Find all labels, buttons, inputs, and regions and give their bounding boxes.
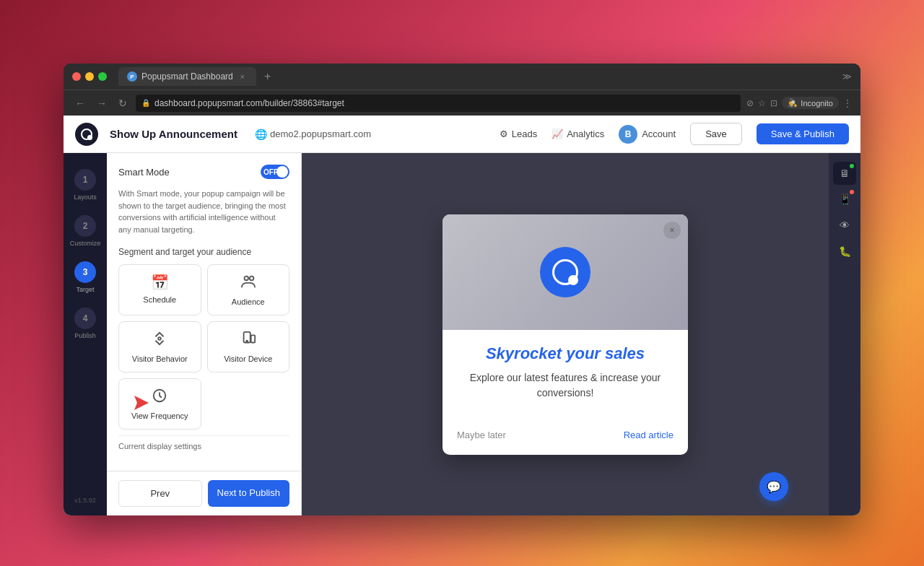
toggle-label: OFF [263, 168, 278, 176]
visitor-device-option[interactable]: Visitor Device [207, 321, 290, 373]
sidebar-step-target[interactable]: 3 Target [74, 257, 96, 297]
save-publish-button[interactable]: Save & Publish [757, 123, 849, 144]
current-display-label: Current display settings [118, 435, 289, 450]
account-nav[interactable]: B Account [619, 125, 676, 144]
mobile-view-button[interactable]: 📱 [833, 188, 856, 211]
bookmark-icon[interactable]: ☆ [758, 98, 766, 108]
panel-inner: Smart Mode OFF With Smart mode, your pop… [107, 153, 301, 471]
browser-window: P Popupsmart Dashboard × + ≫ ← → ↻ 🔒 das… [64, 64, 860, 515]
left-sidebar: 1 Layouts 2 Customize 3 Target 4 Publish… [64, 153, 107, 515]
arrow-indicator [123, 396, 149, 413]
mobile-icon: 📱 [839, 193, 851, 205]
visitor-behavior-option[interactable]: Visitor Behavior [118, 321, 201, 373]
step-1-circle: 1 [74, 169, 96, 191]
popup-logo [540, 247, 590, 297]
analytics-nav[interactable]: 📈 Analytics [552, 129, 604, 139]
popup-preview: × Skyrocket your sales Explore our lates… [443, 214, 688, 455]
address-bar: ← → ↻ 🔒 dashboard.popupsmart.com/builder… [64, 90, 860, 116]
domain-display: 🌐 demo2.popupsmart.com [255, 129, 371, 140]
svg-rect-5 [250, 335, 255, 342]
bug-icon: 🐛 [839, 245, 851, 257]
prev-button[interactable]: Prev [118, 480, 202, 507]
maybe-later-button[interactable]: Maybe later [457, 430, 506, 440]
split-view-icon[interactable]: ⊡ [770, 98, 777, 108]
toggle-knob [276, 166, 288, 178]
read-article-button[interactable]: Read article [624, 430, 674, 440]
sidebar-step-layouts[interactable]: 1 Layouts [74, 165, 97, 205]
tab-bar: P Popupsmart Dashboard × + ≫ [118, 67, 852, 86]
smart-mode-toggle[interactable]: OFF [261, 165, 289, 179]
step-3-circle: 3 [74, 261, 96, 283]
leads-label: Leads [512, 129, 537, 139]
popup-header-image [443, 214, 688, 330]
chat-button[interactable]: 💬 [759, 472, 788, 501]
visitor-device-label: Visitor Device [224, 354, 272, 363]
audience-option[interactable]: Audience [207, 264, 290, 315]
step-4-label: Publish [74, 332, 96, 339]
tab-close-button[interactable]: × [237, 71, 248, 82]
incognito-label: Incognito [801, 99, 833, 108]
step-2-label: Customize [70, 240, 101, 247]
account-label: Account [642, 129, 676, 139]
refresh-button[interactable]: ↻ [116, 96, 130, 110]
globe-icon: 🌐 [255, 129, 267, 140]
active-tab[interactable]: P Popupsmart Dashboard × [118, 67, 256, 86]
schedule-icon: 📅 [151, 274, 169, 291]
smart-mode-description: With Smart mode, your popup campaign wil… [118, 188, 289, 235]
desktop-view-button[interactable]: 🖥 [833, 162, 856, 185]
app-header: Show Up Announcement 🌐 demo2.popupsmart.… [64, 116, 860, 153]
tab-menu-button[interactable]: ≫ [842, 71, 852, 82]
browser-menu-button[interactable]: ⋮ [843, 98, 852, 108]
desktop-active-dot [850, 164, 854, 168]
options-grid: 📅 Schedule Audience [118, 264, 289, 315]
visitor-behavior-label: Visitor Behavior [132, 354, 188, 363]
preview-area: × Skyrocket your sales Explore our lates… [302, 153, 829, 515]
logo-icon [81, 129, 92, 140]
sidebar-step-customize[interactable]: 2 Customize [70, 211, 101, 251]
incognito-icon: 🕵 [788, 98, 798, 108]
step-3-label: Target [76, 286, 94, 293]
minimize-window-button[interactable] [85, 72, 94, 81]
segment-title: Segment and target your audience [118, 247, 289, 257]
debug-button[interactable]: 🐛 [833, 240, 856, 263]
tab-title: Popupsmart Dashboard [141, 71, 233, 82]
new-tab-button[interactable]: + [259, 68, 276, 85]
app-logo [75, 123, 98, 146]
svg-point-6 [246, 341, 248, 342]
traffic-lights [72, 72, 107, 81]
url-field[interactable]: 🔒 dashboard.popupsmart.com/builder/38863… [136, 95, 741, 112]
maximize-window-button[interactable] [98, 72, 107, 81]
reader-mode-icon[interactable]: ⊘ [746, 98, 754, 108]
popup-body: Skyrocket your sales Explore our latest … [443, 330, 688, 430]
leads-icon: ⚙ [500, 129, 508, 139]
url-text: dashboard.popupsmart.com/builder/38863#t… [154, 98, 344, 108]
app-content: Show Up Announcement 🌐 demo2.popupsmart.… [64, 116, 860, 515]
analytics-label: Analytics [567, 129, 604, 139]
svg-point-1 [244, 277, 248, 281]
preview-button[interactable]: 👁 [833, 214, 856, 237]
close-window-button[interactable] [72, 72, 81, 81]
step-1-label: Layouts [74, 193, 97, 201]
sidebar-step-publish[interactable]: 4 Publish [74, 303, 96, 344]
popup-close-button[interactable]: × [663, 222, 681, 239]
version-label: v1.5.92 [74, 497, 96, 504]
campaign-title: Show Up Announcement [110, 128, 237, 140]
smart-mode-label: Smart Mode [118, 167, 170, 178]
audience-icon [240, 274, 256, 293]
svg-point-3 [158, 337, 161, 340]
leads-nav[interactable]: ⚙ Leads [500, 129, 537, 139]
save-button[interactable]: Save [690, 123, 742, 145]
step-2-circle: 2 [74, 215, 96, 237]
next-to-publish-button[interactable]: Next to Publish [208, 480, 290, 507]
popup-footer: Maybe later Read article [443, 430, 688, 455]
popup-title: Skyrocket your sales [457, 344, 674, 363]
audience-label: Audience [232, 297, 265, 306]
forward-button[interactable]: → [94, 96, 110, 110]
back-button[interactable]: ← [72, 96, 88, 110]
smart-mode-row: Smart Mode OFF [118, 165, 289, 179]
schedule-option[interactable]: 📅 Schedule [118, 264, 201, 315]
toggle-track: OFF [261, 165, 289, 179]
schedule-label: Schedule [143, 295, 176, 304]
right-tools: 🖥 📱 👁 🐛 [829, 153, 860, 515]
step-4-circle: 4 [74, 308, 96, 329]
